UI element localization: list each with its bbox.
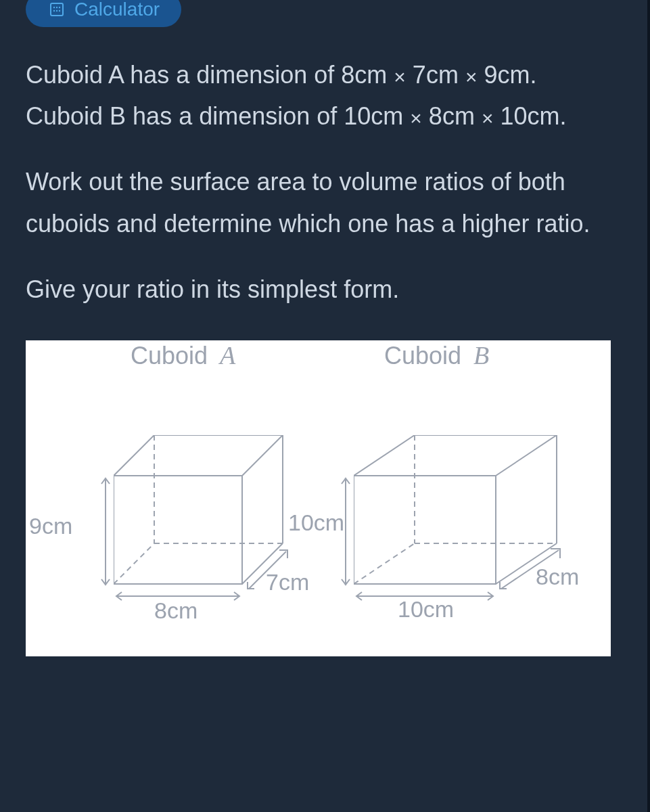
cuboid-a-depth-label: 7cm [266,569,309,595]
calculator-label: Calculator [74,0,160,20]
cuboid-a-height-label: 9cm [29,513,72,539]
question-text: Cuboid A has a dimension of 8cm × 7cm × … [26,54,622,310]
question-line1c: 9cm. [477,61,536,89]
cuboid-a-height-arrow [99,476,112,587]
svg-point-5 [56,10,57,12]
svg-line-15 [114,543,154,584]
cuboid-b-letter: B [473,341,489,369]
cuboid-b-title: Cuboid B [384,340,489,370]
svg-point-2 [56,7,57,8]
svg-line-27 [354,543,415,584]
svg-point-4 [53,10,55,12]
question-line1b: 7cm [406,61,465,89]
svg-point-1 [53,7,55,8]
cuboid-a-title-text: Cuboid [131,342,208,369]
question-line1a: Cuboid A has a dimension of 8cm [26,61,394,89]
svg-line-21 [496,435,557,476]
cuboid-b-depth-label: 8cm [536,564,579,590]
cuboid-a-title: Cuboid A [131,340,235,370]
cuboid-a-width-label: 8cm [154,597,198,624]
svg-rect-19 [354,476,496,584]
cuboid-b-width-label: 10cm [398,596,454,623]
svg-rect-7 [114,476,242,584]
svg-rect-0 [51,3,63,16]
svg-point-3 [59,7,60,8]
svg-line-9 [242,435,283,476]
calculator-icon [47,0,66,19]
question-line2b: 8cm [422,102,482,130]
times-4: × [482,107,494,129]
cuboid-b-height-label: 10cm [288,510,344,536]
question-line3: Work out the surface area to volume rati… [26,161,622,244]
question-line4: Give your ratio in its simplest form. [26,269,622,310]
svg-point-6 [59,10,60,12]
times-3: × [410,107,422,129]
svg-line-8 [114,435,154,476]
times-1: × [394,66,406,88]
diagram-container: Cuboid A Cuboid B 9cm 8cm [26,340,611,656]
times-2: × [465,66,478,88]
question-line2a: Cuboid B has a dimension of 10cm [26,102,410,130]
question-line2c: 10cm. [493,102,566,130]
svg-line-20 [354,435,415,476]
cuboid-b-title-text: Cuboid [384,342,461,369]
calculator-button[interactable]: Calculator [26,0,181,27]
cuboid-a-letter: A [220,341,235,369]
